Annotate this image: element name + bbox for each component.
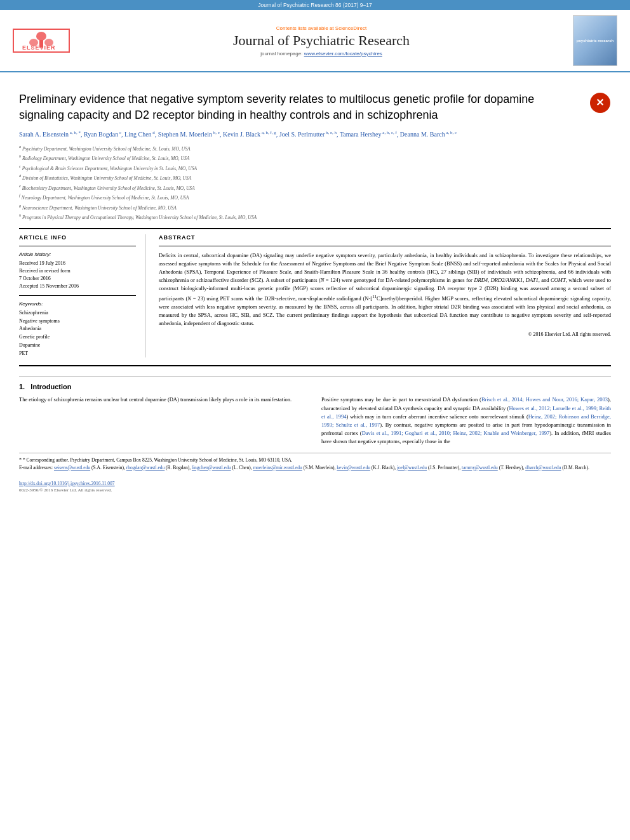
section-divider xyxy=(19,365,611,366)
email-5[interactable]: kevin@wustl.edu xyxy=(337,465,370,470)
article-body: ARTICLE INFO Article history: Received 1… xyxy=(19,234,611,358)
author-7-sup: a, b, c, f xyxy=(382,130,397,135)
journal-topbar: Journal of Psychiatric Research 86 (2017… xyxy=(0,0,630,10)
received-revised-label: Received in revised form xyxy=(19,267,136,275)
affiliation-f: f Neurology Department, Washington Unive… xyxy=(19,192,611,202)
keyword-5: Dopamine xyxy=(19,342,136,350)
svg-point-0 xyxy=(36,32,46,41)
author-4-sup: b, e xyxy=(212,130,220,135)
affiliation-b: b Radiology Department, Washington Unive… xyxy=(19,153,611,163)
section-title: 1. Introduction xyxy=(19,383,611,390)
keywords-divider xyxy=(19,295,136,296)
intro-left-text: The etiology of schizophrenia remains un… xyxy=(19,396,309,404)
ref-4: Davis et al., 1991; Goghari et al., 2010… xyxy=(362,430,550,436)
article-info-heading: ARTICLE INFO xyxy=(19,234,136,241)
email-8[interactable]: dbarch@wustl.edu xyxy=(525,465,561,470)
intro-left-col: The etiology of schizophrenia remains un… xyxy=(19,396,309,446)
doi-link[interactable]: http://dx.doi.org/10.1016/j.jpsychires.2… xyxy=(19,481,611,486)
article-info-text: Received 19 July 2016 Received in revise… xyxy=(19,260,136,290)
bottom-links: http://dx.doi.org/10.1016/j.jpsychires.2… xyxy=(19,481,611,493)
introduction-section: 1. Introduction The etiology of schizoph… xyxy=(19,376,611,446)
affiliation-h: h Programs in Physical Therapy and Occup… xyxy=(19,212,611,222)
author-3-sup: d xyxy=(152,130,155,135)
author-1: Sarah A. Eisenstein xyxy=(19,131,69,138)
accepted-date: Accepted 15 November 2016 xyxy=(19,283,136,290)
journal-cover-image: psychiatric research xyxy=(573,15,617,66)
homepage-link[interactable]: www.elsevier.com/locate/psychires xyxy=(304,51,382,57)
author-2: Ryan Bogdan xyxy=(84,131,118,138)
footnote-star: * xyxy=(19,457,22,463)
email-7[interactable]: tammy@wustl.edu xyxy=(462,465,498,470)
author-6: Joel S. Perlmutter xyxy=(279,131,325,138)
author-3: Ling Chen xyxy=(124,131,152,138)
article-title: Preliminary evidence that negative sympt… xyxy=(19,91,589,123)
ref-3: Heinz, 2002; Robinson and Berridge, 1993… xyxy=(321,413,611,428)
affiliation-a: a Psychiatry Department, Washington Univ… xyxy=(19,143,611,153)
email-2[interactable]: rbogdan@wustl.edu xyxy=(126,465,164,470)
email-4[interactable]: moerleins@mir.wustl.edu xyxy=(253,465,302,470)
email-1[interactable]: seisens@wustl.edu xyxy=(54,465,90,470)
svg-text:ELSEVIER: ELSEVIER xyxy=(22,44,56,50)
article-title-section: Preliminary evidence that negative sympt… xyxy=(19,82,611,130)
keywords-label: Keywords: xyxy=(19,301,136,307)
affiliation-c: c Psychological & Brain Sciences Departm… xyxy=(19,163,611,173)
author-8: Deanna M. Barch xyxy=(400,131,445,138)
section-number: 1. xyxy=(19,383,25,390)
journal-homepage: journal homepage: www.elsevier.com/locat… xyxy=(83,51,560,57)
email-footnote-text: seisens@wustl.edu (S.A. Eisenstein), rbo… xyxy=(54,465,589,470)
author-1-sup: a, b, * xyxy=(69,130,81,135)
affiliation-g: g Neuroscience Department, Washington Un… xyxy=(19,203,611,212)
author-5-sup: a, b, f, g xyxy=(260,130,276,135)
journal-issue-info: Journal of Psychiatric Research 86 (2017… xyxy=(258,2,372,8)
elsevier-logo-area: ELSEVIER xyxy=(13,29,70,53)
article-history-label: Article history: xyxy=(19,251,136,257)
introduction-body: The etiology of schizophrenia remains un… xyxy=(19,396,611,446)
info-divider xyxy=(19,246,136,246)
author-4: Stephen M. Moerlein xyxy=(158,131,212,138)
author-7: Tamara Hershey xyxy=(340,131,382,138)
authors-line: Sarah A. Eisenstein a, b, *, Ryan Bogdan… xyxy=(19,130,611,139)
cover-label: psychiatric research xyxy=(575,37,615,44)
article-info-column: ARTICLE INFO Article history: Received 1… xyxy=(19,234,146,358)
revised-date: 7 October 2016 xyxy=(19,275,136,283)
affiliation-d: d Division of Biostatistics, Washington … xyxy=(19,173,611,182)
abstract-copyright: © 2016 Elsevier Ltd. All rights reserved… xyxy=(159,331,611,337)
sciencedirect-notice: Contents lists available at ScienceDirec… xyxy=(83,25,560,31)
elsevier-header: ELSEVIER Contents lists available at Sci… xyxy=(0,10,630,72)
section-name: Introduction xyxy=(30,383,71,390)
keyword-4: Genetic profile xyxy=(19,333,136,342)
email-6[interactable]: joel@wustl.edu xyxy=(397,465,427,470)
issn-text: 0022-3956/© 2016 Elsevier Ltd. All right… xyxy=(19,488,611,493)
affiliations: a Psychiatry Department, Washington Univ… xyxy=(19,143,611,222)
email-footnote-label: E-mail addresses: xyxy=(19,465,53,470)
abstract-divider xyxy=(159,246,611,246)
abstract-heading: ABSTRACT xyxy=(159,234,611,241)
email-footnote: E-mail addresses: seisens@wustl.edu (S.A… xyxy=(19,464,611,471)
crossmark-area: ✕ xyxy=(589,91,611,114)
elsevier-tree-icon: ELSEVIER xyxy=(22,31,60,50)
received-date: Received 19 July 2016 xyxy=(19,260,136,267)
abstract-text: Deficits in central, subcortical dopamin… xyxy=(159,251,611,328)
elsevier-logo: ELSEVIER xyxy=(13,29,70,53)
divider-thick xyxy=(19,228,611,229)
crossmark-icon: ✕ xyxy=(590,93,610,113)
author-2-sup: c xyxy=(118,130,121,135)
sciencedirect-link[interactable]: ScienceDirect xyxy=(335,25,366,31)
main-content: Preliminary evidence that negative sympt… xyxy=(0,72,630,502)
keyword-6: PET xyxy=(19,350,136,358)
keyword-3: Anhedonia xyxy=(19,325,136,333)
ref-1: Brisch et al., 2014; Howes and Nour, 201… xyxy=(481,396,608,403)
author-8-sup: a, b, c xyxy=(445,130,457,135)
email-3[interactable]: lingchen@wustl.edu xyxy=(192,465,231,470)
journal-title: Journal of Psychiatric Research xyxy=(83,32,560,49)
keyword-1: Schizophrenia xyxy=(19,309,136,317)
author-5: Kevin J. Black xyxy=(223,131,260,138)
intro-right-text: Positive symptoms may be due in part to … xyxy=(321,396,611,446)
journal-center-info: Contents lists available at ScienceDirec… xyxy=(70,25,573,57)
intro-right-col: Positive symptoms may be due in part to … xyxy=(321,396,611,446)
keyword-2: Negative symptoms xyxy=(19,317,136,326)
author-6-sup: b, e, h xyxy=(325,130,337,135)
footnote-area: * * Corresponding author. Psychiatry Dep… xyxy=(19,453,611,471)
corresponding-author-note: * * Corresponding author. Psychiatry Dep… xyxy=(19,457,611,464)
affiliation-e: e Biochemistry Department, Washington Un… xyxy=(19,183,611,192)
